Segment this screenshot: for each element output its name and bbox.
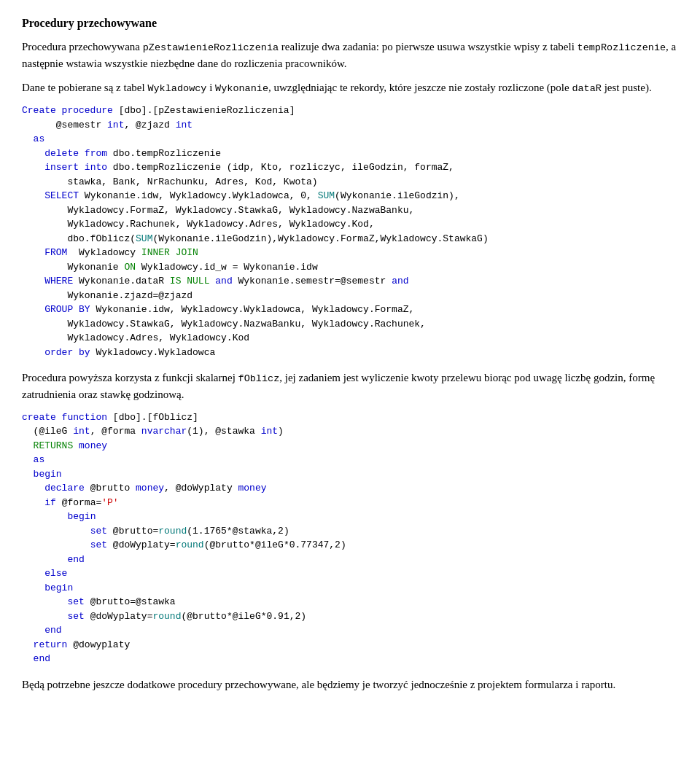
middle-paragraph: Procedura powyższa korzysta z funkcji sk… [22, 370, 678, 403]
page-content: Procedury przechowywane Procedura przech… [22, 15, 678, 693]
second-paragraph: Dane te pobierane są z tabel Wykladowcy … [22, 79, 678, 96]
intro-paragraph: Procedura przechowywana pZestawienieRozl… [22, 39, 678, 72]
page-title: Procedury przechowywane [22, 15, 678, 31]
footer-paragraph: Będą potrzebne jeszcze dodatkowe procedu… [22, 677, 678, 693]
function-code-block: create function [dbo].[fOblicz] (@ileG i… [22, 410, 678, 666]
procedure-code-block: Create procedure [dbo].[pZestawienieRozl… [22, 104, 678, 359]
